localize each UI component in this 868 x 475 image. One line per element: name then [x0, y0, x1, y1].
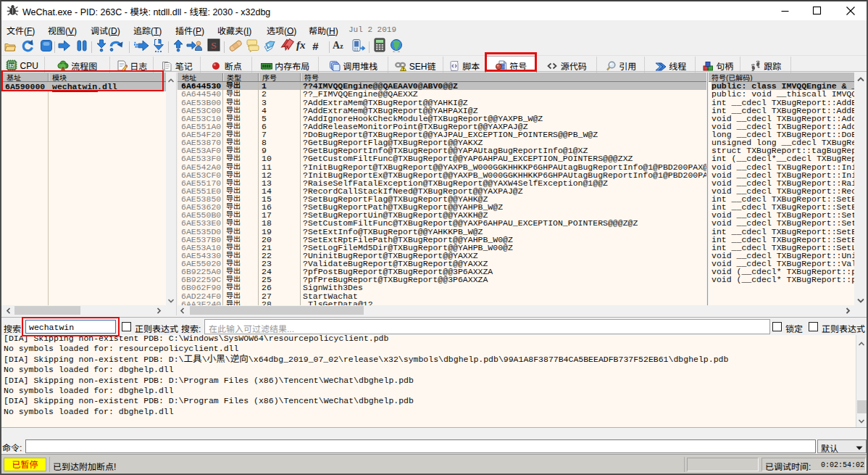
svg-text:32: 32 — [9, 63, 14, 68]
svg-text:S: S — [211, 40, 217, 51]
